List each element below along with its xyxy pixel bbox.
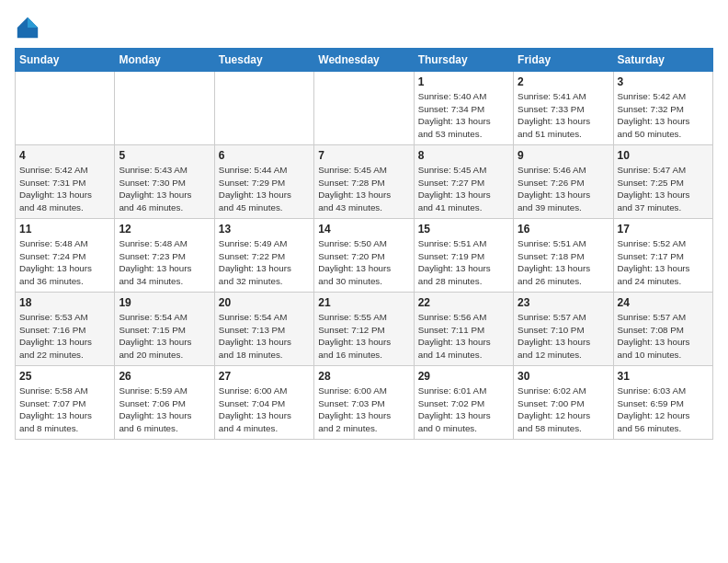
day-number: 29 — [418, 370, 509, 383]
calendar-header: SundayMondayTuesdayWednesdayThursdayFrid… — [16, 49, 713, 72]
day-number: 24 — [618, 296, 709, 309]
calendar-cell: 19Sunrise: 5:54 AM Sunset: 7:15 PM Dayli… — [115, 293, 214, 366]
day-info: Sunrise: 6:00 AM Sunset: 7:03 PM Dayligh… — [318, 385, 409, 435]
day-number: 19 — [119, 296, 210, 309]
calendar-cell: 22Sunrise: 5:56 AM Sunset: 7:11 PM Dayli… — [414, 293, 513, 366]
calendar-cell: 8Sunrise: 5:45 AM Sunset: 7:27 PM Daylig… — [414, 145, 513, 219]
calendar-body: 1Sunrise: 5:40 AM Sunset: 7:34 PM Daylig… — [16, 72, 713, 440]
day-info: Sunrise: 5:55 AM Sunset: 7:12 PM Dayligh… — [318, 311, 409, 362]
calendar-cell: 18Sunrise: 5:53 AM Sunset: 7:16 PM Dayli… — [16, 293, 115, 366]
day-info: Sunrise: 5:48 AM Sunset: 7:24 PM Dayligh… — [19, 237, 110, 288]
day-number: 8 — [418, 149, 509, 162]
day-info: Sunrise: 6:00 AM Sunset: 7:04 PM Dayligh… — [219, 385, 310, 435]
calendar-cell: 20Sunrise: 5:54 AM Sunset: 7:13 PM Dayli… — [214, 293, 313, 366]
weekday-header: Tuesday — [214, 49, 313, 72]
day-number: 18 — [19, 296, 110, 309]
calendar-cell: 15Sunrise: 5:51 AM Sunset: 7:19 PM Dayli… — [414, 219, 513, 293]
day-info: Sunrise: 6:03 AM Sunset: 6:59 PM Dayligh… — [618, 385, 709, 435]
day-info: Sunrise: 5:49 AM Sunset: 7:22 PM Dayligh… — [219, 237, 310, 288]
day-info: Sunrise: 5:47 AM Sunset: 7:25 PM Dayligh… — [618, 164, 709, 214]
day-number: 31 — [618, 370, 709, 383]
day-number: 12 — [119, 223, 210, 236]
day-info: Sunrise: 5:50 AM Sunset: 7:20 PM Dayligh… — [318, 237, 409, 288]
day-number: 6 — [219, 149, 310, 162]
calendar-cell: 7Sunrise: 5:45 AM Sunset: 7:28 PM Daylig… — [314, 145, 414, 219]
day-number: 26 — [119, 370, 210, 383]
calendar-cell: 12Sunrise: 5:48 AM Sunset: 7:23 PM Dayli… — [115, 219, 214, 293]
logo — [15, 15, 44, 40]
svg-marker-1 — [28, 17, 38, 28]
day-info: Sunrise: 5:51 AM Sunset: 7:19 PM Dayligh… — [418, 237, 509, 288]
day-number: 7 — [318, 149, 409, 162]
day-number: 21 — [318, 296, 409, 309]
weekday-header-row: SundayMondayTuesdayWednesdayThursdayFrid… — [16, 49, 713, 72]
calendar-cell — [16, 72, 115, 145]
calendar-cell: 16Sunrise: 5:51 AM Sunset: 7:18 PM Dayli… — [514, 219, 613, 293]
day-info: Sunrise: 5:53 AM Sunset: 7:16 PM Dayligh… — [19, 311, 110, 362]
day-info: Sunrise: 5:44 AM Sunset: 7:29 PM Dayligh… — [219, 164, 310, 214]
day-info: Sunrise: 6:02 AM Sunset: 7:00 PM Dayligh… — [518, 385, 609, 435]
day-number: 5 — [119, 149, 210, 162]
day-info: Sunrise: 5:48 AM Sunset: 7:23 PM Dayligh… — [119, 237, 210, 288]
calendar-table: SundayMondayTuesdayWednesdayThursdayFrid… — [15, 48, 713, 440]
day-number: 10 — [618, 149, 709, 162]
calendar-cell: 17Sunrise: 5:52 AM Sunset: 7:17 PM Dayli… — [613, 219, 712, 293]
calendar-week-row: 18Sunrise: 5:53 AM Sunset: 7:16 PM Dayli… — [16, 293, 713, 366]
day-info: Sunrise: 5:56 AM Sunset: 7:11 PM Dayligh… — [418, 311, 509, 362]
calendar-cell: 23Sunrise: 5:57 AM Sunset: 7:10 PM Dayli… — [514, 293, 613, 366]
day-number: 16 — [518, 223, 609, 236]
calendar-cell: 21Sunrise: 5:55 AM Sunset: 7:12 PM Dayli… — [314, 293, 414, 366]
calendar-cell — [115, 72, 214, 145]
calendar-cell: 2Sunrise: 5:41 AM Sunset: 7:33 PM Daylig… — [514, 72, 613, 145]
weekday-header: Wednesday — [314, 49, 414, 72]
logo-icon — [15, 15, 40, 40]
day-number: 9 — [518, 149, 609, 162]
calendar-week-row: 11Sunrise: 5:48 AM Sunset: 7:24 PM Dayli… — [16, 219, 713, 293]
day-number: 11 — [19, 223, 110, 236]
calendar-cell — [214, 72, 313, 145]
day-number: 20 — [219, 296, 310, 309]
day-number: 2 — [518, 75, 609, 88]
calendar-cell: 9Sunrise: 5:46 AM Sunset: 7:26 PM Daylig… — [514, 145, 613, 219]
calendar-cell: 26Sunrise: 5:59 AM Sunset: 7:06 PM Dayli… — [115, 366, 214, 440]
calendar-cell: 5Sunrise: 5:43 AM Sunset: 7:30 PM Daylig… — [115, 145, 214, 219]
day-info: Sunrise: 5:54 AM Sunset: 7:13 PM Dayligh… — [219, 311, 310, 362]
calendar-cell: 30Sunrise: 6:02 AM Sunset: 7:00 PM Dayli… — [514, 366, 613, 440]
calendar-cell: 4Sunrise: 5:42 AM Sunset: 7:31 PM Daylig… — [16, 145, 115, 219]
calendar-cell — [314, 72, 414, 145]
calendar-cell: 28Sunrise: 6:00 AM Sunset: 7:03 PM Dayli… — [314, 366, 414, 440]
calendar-cell: 11Sunrise: 5:48 AM Sunset: 7:24 PM Dayli… — [16, 219, 115, 293]
calendar-cell: 31Sunrise: 6:03 AM Sunset: 6:59 PM Dayli… — [613, 366, 712, 440]
calendar-cell: 29Sunrise: 6:01 AM Sunset: 7:02 PM Dayli… — [414, 366, 513, 440]
day-info: Sunrise: 5:41 AM Sunset: 7:33 PM Dayligh… — [518, 90, 609, 141]
day-info: Sunrise: 5:46 AM Sunset: 7:26 PM Dayligh… — [518, 164, 609, 214]
calendar-cell: 1Sunrise: 5:40 AM Sunset: 7:34 PM Daylig… — [414, 72, 513, 145]
calendar-cell: 24Sunrise: 5:57 AM Sunset: 7:08 PM Dayli… — [613, 293, 712, 366]
day-number: 14 — [318, 223, 409, 236]
weekday-header: Saturday — [613, 49, 712, 72]
day-number: 13 — [219, 223, 310, 236]
day-info: Sunrise: 5:52 AM Sunset: 7:17 PM Dayligh… — [618, 237, 709, 288]
calendar-cell: 25Sunrise: 5:58 AM Sunset: 7:07 PM Dayli… — [16, 366, 115, 440]
day-number: 3 — [618, 75, 709, 88]
calendar-cell: 6Sunrise: 5:44 AM Sunset: 7:29 PM Daylig… — [214, 145, 313, 219]
weekday-header: Sunday — [16, 49, 115, 72]
day-number: 17 — [618, 223, 709, 236]
day-number: 27 — [219, 370, 310, 383]
day-info: Sunrise: 5:59 AM Sunset: 7:06 PM Dayligh… — [119, 385, 210, 435]
day-info: Sunrise: 5:57 AM Sunset: 7:10 PM Dayligh… — [518, 311, 609, 362]
calendar-cell: 14Sunrise: 5:50 AM Sunset: 7:20 PM Dayli… — [314, 219, 414, 293]
day-number: 28 — [318, 370, 409, 383]
day-number: 25 — [19, 370, 110, 383]
day-number: 4 — [19, 149, 110, 162]
day-info: Sunrise: 5:42 AM Sunset: 7:31 PM Dayligh… — [19, 164, 110, 214]
day-number: 22 — [418, 296, 509, 309]
day-info: Sunrise: 5:43 AM Sunset: 7:30 PM Dayligh… — [119, 164, 210, 214]
calendar-cell: 3Sunrise: 5:42 AM Sunset: 7:32 PM Daylig… — [613, 72, 712, 145]
day-info: Sunrise: 5:58 AM Sunset: 7:07 PM Dayligh… — [19, 385, 110, 435]
weekday-header: Friday — [514, 49, 613, 72]
calendar-week-row: 1Sunrise: 5:40 AM Sunset: 7:34 PM Daylig… — [16, 72, 713, 145]
day-info: Sunrise: 6:01 AM Sunset: 7:02 PM Dayligh… — [418, 385, 509, 435]
day-info: Sunrise: 5:51 AM Sunset: 7:18 PM Dayligh… — [518, 237, 609, 288]
weekday-header: Thursday — [414, 49, 513, 72]
